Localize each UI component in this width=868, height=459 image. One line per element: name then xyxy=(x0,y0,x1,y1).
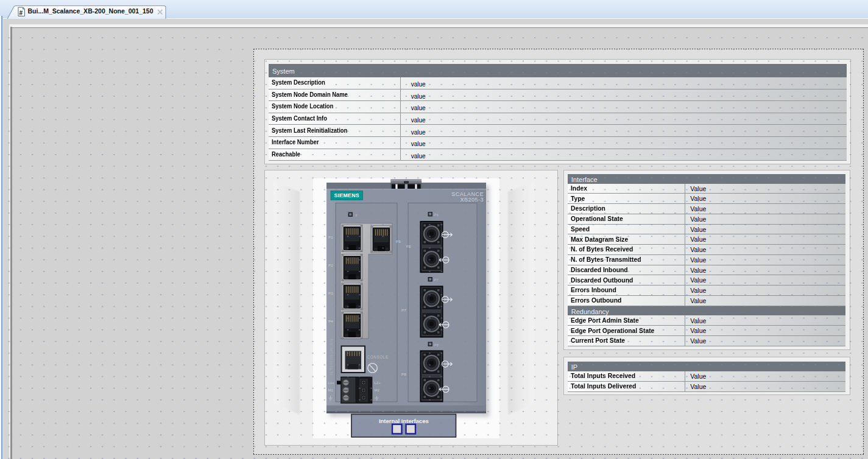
svg-text:#: # xyxy=(19,10,23,16)
